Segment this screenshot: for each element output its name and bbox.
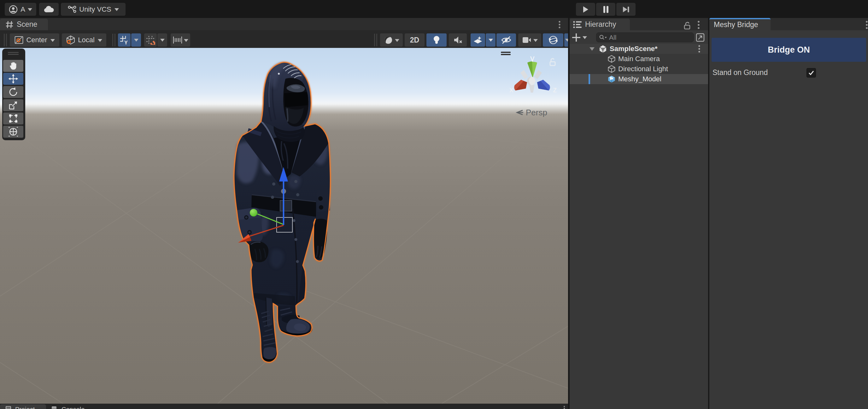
- svg-text:Y: Y: [124, 40, 128, 45]
- svg-text:Persp: Persp: [526, 108, 547, 117]
- svg-text:x: x: [509, 85, 514, 94]
- svg-text:z: z: [553, 85, 557, 94]
